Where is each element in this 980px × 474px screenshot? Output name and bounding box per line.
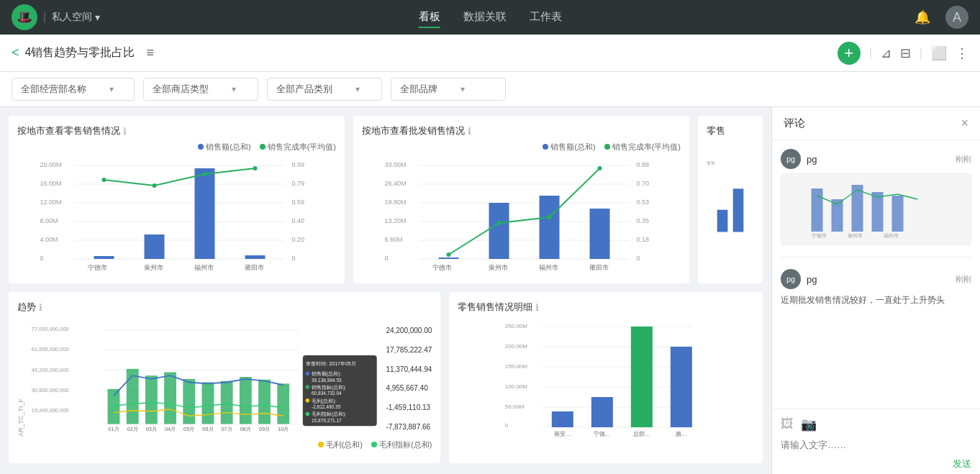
display-button[interactable]: ⊟ xyxy=(900,45,911,61)
comment-panel-header: 评论 × xyxy=(772,107,980,140)
svg-text:毛利指标(总和):: 毛利指标(总和): xyxy=(312,411,346,417)
image-upload-icon[interactable]: 🖼 xyxy=(781,416,794,432)
nav-item-worksheet[interactable]: 工作表 xyxy=(530,7,562,28)
logo: 🎩 xyxy=(12,4,37,30)
filter-dept-label: 全部经营部名称 xyxy=(21,83,86,96)
svg-text:0.35: 0.35 xyxy=(637,217,650,224)
bottom-charts-row: 趋势 ℹ AR_TC_TI_F 77,000,000,000 61,600,00… xyxy=(9,292,763,463)
nav-item-kanban[interactable]: 看板 xyxy=(419,7,440,28)
top-charts-row: 按地市查看零售销售情况 ℹ 销售额(总和) 销售完成率(平均值) 20.00M … xyxy=(9,116,763,283)
svg-text:4.00M: 4.00M xyxy=(40,236,58,243)
svg-text:01月: 01月 xyxy=(108,426,119,432)
more-button[interactable]: ⋮ xyxy=(956,45,968,61)
svg-text:50.00M: 50.00M xyxy=(505,404,525,410)
svg-text:泉州市: 泉州市 xyxy=(144,264,163,271)
secondary-bar: < 4销售趋势与零批占比 ≡ + | ⊿ ⊟ | ⬜ ⋮ xyxy=(0,35,980,72)
svg-text:10月: 10月 xyxy=(278,426,289,432)
wholesale-city-svg: 33.00M 26.40M 19.80M 13.20M 6.60M 0 0.88… xyxy=(362,157,681,272)
comment-item2: pg pg 刚刚 近期批发销售情况较好，一直处于上升势头 xyxy=(781,269,971,306)
filter-dept[interactable]: 全部经营部名称 ▾ xyxy=(12,78,135,101)
trend-right-values: 24,200,000.00 17,785,222.47 11,370,444.9… xyxy=(386,318,432,437)
retail-detail-card: 零售销售情况明细 ℹ 250.00M 200.00M 150.00M 100.0… xyxy=(449,292,763,463)
comment-meta: pg pg 刚刚 xyxy=(781,149,971,169)
svg-text:泉州市: 泉州市 xyxy=(489,264,508,271)
filters-bar: 全部经营部名称 ▾ 全部商店类型 ▾ 全部产品类别 ▾ 全部品牌 ▾ xyxy=(0,72,980,107)
topnav-right-actions: 🔔 A xyxy=(911,6,968,29)
svg-text:09月: 09月 xyxy=(259,426,270,432)
trend-legend: 毛利(总和) 毛利指标(总和) xyxy=(17,439,432,450)
svg-rect-82 xyxy=(258,380,271,424)
filter-product[interactable]: 全部产品类别 ▾ xyxy=(267,78,382,101)
comment-mini-chart: 宁德市 泉州市 福州市 xyxy=(781,174,971,239)
svg-point-22 xyxy=(102,178,106,182)
svg-text:宁德市: 宁德市 xyxy=(432,264,452,271)
send-button[interactable]: 发送 xyxy=(953,457,971,470)
comment-panel-title: 评论 xyxy=(784,117,805,130)
svg-text:19.80M: 19.80M xyxy=(385,199,407,206)
svg-text:0.70: 0.70 xyxy=(637,180,650,187)
main-content: 按地市查看零售销售情况 ℹ 销售额(总和) 销售完成率(平均值) 20.00M … xyxy=(0,107,980,474)
nav-item-datalink[interactable]: 数据关联 xyxy=(463,7,507,28)
retail-detail-svg: 250.00M 200.00M 150.00M 100.00M 50.00M 0 xyxy=(458,318,754,440)
svg-rect-19 xyxy=(145,234,165,259)
svg-point-96 xyxy=(306,372,310,376)
comment-close-button[interactable]: × xyxy=(961,116,968,131)
svg-rect-77 xyxy=(164,372,176,424)
svg-text:77,000,000,000: 77,000,000,000 xyxy=(32,326,69,332)
retail-partial-chart: 零售 零售 xyxy=(698,116,763,283)
notification-bell[interactable]: 🔔 xyxy=(911,6,934,29)
svg-text:26.40M: 26.40M xyxy=(385,180,407,187)
filter-button[interactable]: ⊿ xyxy=(881,45,891,61)
comment-text-input[interactable] xyxy=(781,439,971,450)
menu-icon[interactable]: ≡ xyxy=(146,45,154,60)
filter-brand-chevron: ▾ xyxy=(460,84,465,94)
svg-text:福州市: 福州市 xyxy=(884,233,899,238)
trend-title: 趋势 ℹ xyxy=(17,301,432,314)
retail-city-svg: 20.00M 16.00M 12.00M 8.00M 4.00M 0 0.99 … xyxy=(17,157,336,272)
svg-text:泉州市: 泉州市 xyxy=(848,233,863,238)
svg-text:毛利(总和):: 毛利(总和): xyxy=(312,398,336,404)
workspace-selector[interactable]: 私人空间 ▾ xyxy=(52,11,100,24)
svg-rect-75 xyxy=(127,369,139,424)
svg-text:0.79: 0.79 xyxy=(292,180,305,187)
filter-store[interactable]: 全部商店类型 ▾ xyxy=(143,78,258,101)
filter-product-chevron: ▾ xyxy=(355,84,360,94)
svg-text:16.00M: 16.00M xyxy=(40,180,62,187)
screen-button[interactable]: ⬜ xyxy=(931,45,947,61)
add-button[interactable]: + xyxy=(838,42,861,65)
comment-image-preview: 宁德市 泉州市 福州市 xyxy=(781,173,971,245)
wholesale-city-chart: 按地市查看批发销售情况 ℹ 销售额(总和) 销售完成率(平均值) 33.00M … xyxy=(353,116,689,283)
svg-text:60,834,732.04: 60,834,732.04 xyxy=(312,391,342,396)
svg-text:0.18: 0.18 xyxy=(637,236,650,243)
comment-avatar: pg xyxy=(781,149,801,169)
svg-rect-78 xyxy=(183,379,195,424)
back-button[interactable]: < xyxy=(12,45,19,60)
svg-text:宁德市: 宁德市 xyxy=(88,264,107,271)
svg-point-54 xyxy=(548,215,552,219)
workspace-label: 私人空间 xyxy=(52,11,92,24)
svg-text:30,800,000,000: 30,800,000,000 xyxy=(32,387,69,393)
secondary-right-actions: + | ⊿ ⊟ | ⬜ ⋮ xyxy=(838,42,968,65)
retail-detail-title: 零售销售情况明细 ℹ xyxy=(458,301,754,314)
retail-city-chart: 按地市查看零售销售情况 ℹ 销售额(总和) 销售完成率(平均值) 20.00M … xyxy=(9,116,345,283)
trend-chart-card: 趋势 ℹ AR_TC_TI_F 77,000,000,000 61,600,00… xyxy=(9,292,440,463)
svg-rect-122 xyxy=(631,327,653,427)
svg-rect-61 xyxy=(717,210,728,232)
user-avatar[interactable]: A xyxy=(945,6,968,29)
svg-text:39,138,984.53: 39,138,984.53 xyxy=(312,378,342,383)
svg-point-23 xyxy=(153,183,157,188)
svg-text:15,400,000,000: 15,400,000,000 xyxy=(32,407,69,414)
svg-rect-120 xyxy=(552,411,573,427)
svg-rect-79 xyxy=(202,383,214,424)
svg-text:20.00M: 20.00M xyxy=(40,161,62,168)
comment-divider xyxy=(781,257,971,257)
svg-text:46,200,000,000: 46,200,000,000 xyxy=(32,367,69,373)
filter-brand[interactable]: 全部品牌 ▾ xyxy=(391,78,506,101)
svg-rect-123 xyxy=(671,347,692,427)
workspace-chevron-icon: ▾ xyxy=(95,12,100,23)
comment-item: pg pg 刚刚 宁德市 xyxy=(781,149,971,245)
camera-icon[interactable]: 📷 xyxy=(801,416,817,432)
svg-point-52 xyxy=(447,252,451,257)
svg-text:0.20: 0.20 xyxy=(292,236,305,243)
legend-gross: 毛利(总和) xyxy=(318,439,363,450)
